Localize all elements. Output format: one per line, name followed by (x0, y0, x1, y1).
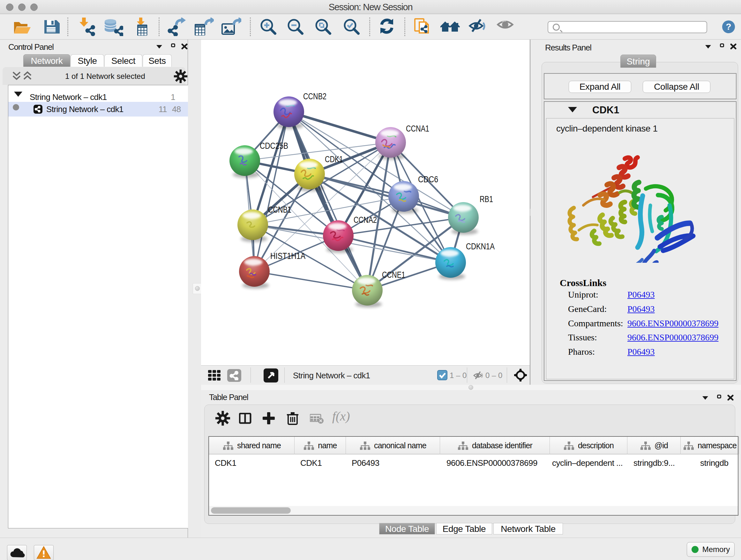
svg-text:CCNB2: CCNB2 (303, 91, 327, 101)
svg-text:?: ? (726, 22, 731, 32)
svg-text:CDK1: CDK1 (325, 154, 343, 164)
svg-text:CCNB1: CCNB1 (268, 205, 291, 214)
svg-text:CDKN1A: CDKN1A (466, 242, 495, 251)
svg-text:CCNA2: CCNA2 (354, 215, 377, 225)
svg-text:CCNA1: CCNA1 (406, 124, 429, 133)
svg-text:CDC6: CDC6 (418, 175, 438, 184)
svg-text:CCNE1: CCNE1 (382, 270, 405, 280)
svg-text:CDC25B: CDC25B (260, 141, 288, 151)
svg-text:RB1: RB1 (480, 194, 493, 204)
svg-text:HIST1H1A: HIST1H1A (270, 251, 306, 261)
